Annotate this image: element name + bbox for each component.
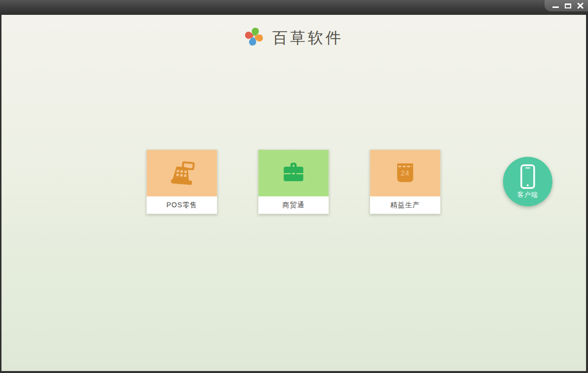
product-card-lean-production[interactable]: 24 精益生产 (370, 149, 441, 214)
calendar-icon: 24 (392, 160, 419, 186)
product-label: 商贸通 (258, 196, 329, 214)
minimize-button[interactable] (551, 2, 559, 10)
cash-register-icon (168, 159, 196, 187)
app-title: 百草软件 (272, 28, 343, 46)
pos-retail-tile (147, 150, 217, 196)
brand: 百草软件 (1, 27, 586, 47)
close-icon (577, 2, 584, 9)
close-button[interactable] (576, 2, 584, 10)
pinwheel-icon (244, 27, 264, 47)
titlebar (0, 0, 588, 15)
main-area: 百草软件 (1, 15, 586, 371)
app-window: 百草软件 (0, 0, 588, 373)
product-label: 精益生产 (370, 196, 440, 214)
lean-production-tile: 24 (370, 150, 440, 196)
client-label: 客户端 (517, 190, 538, 199)
trade-tile (258, 150, 329, 196)
minimize-icon (552, 6, 559, 8)
window-controls (545, 0, 588, 11)
product-label: POS零售 (147, 196, 217, 214)
product-card-trade[interactable]: 商贸通 (258, 149, 329, 214)
product-card-pos-retail[interactable]: POS零售 (146, 149, 217, 214)
briefcase-icon (280, 160, 307, 186)
calendar-day-number: 24 (401, 169, 410, 177)
maximize-button[interactable] (564, 2, 572, 10)
client-button[interactable]: 客户端 (503, 157, 552, 206)
maximize-icon (565, 3, 571, 8)
smartphone-icon (520, 164, 535, 189)
